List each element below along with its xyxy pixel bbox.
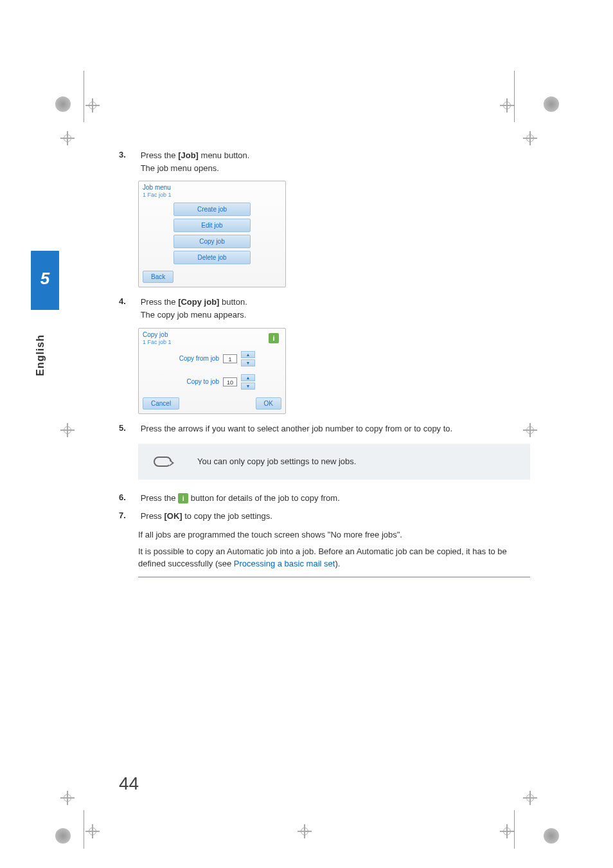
screen-title: i Copy job 1 Fac job 1 xyxy=(139,329,285,347)
copy-to-value: 10 xyxy=(223,377,237,386)
copy-from-label: Copy from job xyxy=(169,355,219,362)
delete-job-button[interactable]: Delete job xyxy=(173,251,251,264)
info-icon: i xyxy=(178,493,188,503)
step-number: 5. xyxy=(119,423,138,433)
reg-target xyxy=(62,132,73,144)
note-box: You can only copy job settings to new jo… xyxy=(138,444,530,480)
step-text: Press the arrows if you want to select a… xyxy=(141,423,526,435)
reg-target xyxy=(62,792,73,804)
reg-target xyxy=(299,826,310,837)
crop-mark xyxy=(514,71,515,122)
step-7: 7. Press [OK] to copy the job settings. xyxy=(119,511,537,522)
reg-dot xyxy=(544,96,559,112)
copy-from-value: 1 xyxy=(223,354,237,363)
reg-target xyxy=(524,792,536,804)
crop-mark xyxy=(514,810,515,849)
note-arrow-icon xyxy=(154,457,172,467)
processing-link[interactable]: Processing a basic mail set xyxy=(234,559,335,568)
arrow-down-icon[interactable]: ▼ xyxy=(241,359,255,366)
arrow-down-icon[interactable]: ▼ xyxy=(241,383,255,390)
step-text: Press the [Copy job] button. The copy jo… xyxy=(141,296,526,321)
arrow-up-icon[interactable]: ▲ xyxy=(241,374,255,381)
job-menu-screenshot: Job menu 1 Fac job 1 Create job Edit job… xyxy=(138,181,286,287)
cancel-button[interactable]: Cancel xyxy=(143,397,179,410)
arrow-up-icon[interactable]: ▲ xyxy=(241,351,255,358)
back-button[interactable]: Back xyxy=(143,271,173,283)
copy-to-row: Copy to job 10 ▲ ▼ xyxy=(139,370,285,393)
step-6: 6. Press the i button for details of the… xyxy=(119,493,537,504)
language-label: English xyxy=(35,334,46,376)
reg-dot xyxy=(544,828,559,844)
copy-job-button[interactable]: Copy job xyxy=(173,235,251,248)
step-number: 6. xyxy=(119,493,138,502)
reg-target xyxy=(524,132,536,144)
page-number: 44 xyxy=(119,773,139,794)
copy-from-row: Copy from job 1 ▲ ▼ xyxy=(139,347,285,370)
copy-to-label: Copy to job xyxy=(169,378,219,385)
copy-job-screenshot: i Copy job 1 Fac job 1 Copy from job 1 ▲… xyxy=(138,328,286,414)
step-number: 4. xyxy=(119,296,138,306)
crop-mark xyxy=(84,71,84,122)
chapter-number: 5 xyxy=(31,269,59,289)
step-number: 7. xyxy=(119,511,138,520)
step-3: 3. Press the [Job] menu button. The job … xyxy=(119,150,537,174)
step-text: Press [OK] to copy the job settings. xyxy=(141,511,526,522)
screen-title: Job menu 1 Fac job 1 xyxy=(139,181,285,200)
reg-target xyxy=(87,100,98,111)
reg-target xyxy=(62,424,73,436)
reg-target xyxy=(501,100,513,111)
edit-job-button[interactable]: Edit job xyxy=(173,219,251,232)
step-5: 5. Press the arrows if you want to selec… xyxy=(119,423,537,435)
reg-dot xyxy=(55,828,71,844)
reg-target xyxy=(501,826,513,837)
post-info: If all jobs are programmed the touch scr… xyxy=(138,529,537,570)
step-text: Press the [Job] menu button. The job men… xyxy=(141,150,526,174)
reg-dot xyxy=(55,96,71,112)
step-text: Press the i button for details of the jo… xyxy=(141,493,526,504)
step-number: 3. xyxy=(119,150,138,159)
info-icon[interactable]: i xyxy=(269,333,279,343)
note-text: You can only copy job settings to new jo… xyxy=(197,457,356,466)
chapter-tab: 5 xyxy=(31,251,59,334)
divider xyxy=(138,577,530,577)
reg-target xyxy=(87,826,98,837)
ok-button[interactable]: OK xyxy=(256,397,281,410)
crop-mark xyxy=(84,810,84,849)
create-job-button[interactable]: Create job xyxy=(173,203,251,216)
step-4: 4. Press the [Copy job] button. The copy… xyxy=(119,296,537,321)
